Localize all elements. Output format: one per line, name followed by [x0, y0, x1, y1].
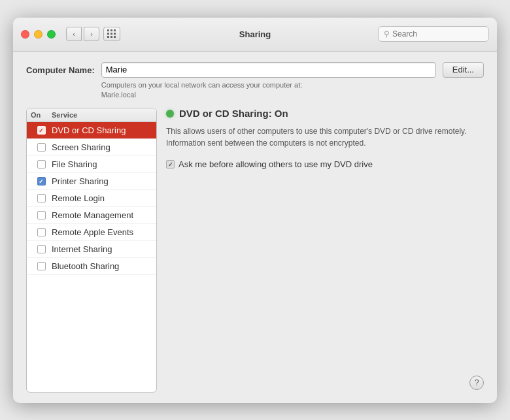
checkbox-wrapper [31, 194, 52, 202]
services-panel: On Service DVD or CD Sharing Scre [26, 108, 157, 392]
header-service: Service [52, 111, 77, 119]
service-checkbox[interactable] [37, 245, 46, 253]
service-list: DVD or CD Sharing Screen Sharing File Sh… [27, 122, 156, 275]
checkbox-wrapper [31, 262, 52, 270]
list-item[interactable]: File Sharing [27, 156, 156, 173]
list-item[interactable]: Remote Apple Events [27, 224, 156, 241]
list-item[interactable]: Bluetooth Sharing [27, 258, 156, 275]
search-box[interactable]: ⚲ [378, 26, 489, 42]
list-item[interactable]: Internet Sharing [27, 241, 156, 258]
service-name: DVD or CD Sharing [52, 125, 126, 135]
list-item[interactable]: Screen Sharing [27, 139, 156, 156]
detail-title: DVD or CD Sharing: On [179, 108, 288, 119]
detail-description: This allows users of other computers to … [166, 125, 484, 149]
main-body: On Service DVD or CD Sharing Scre [26, 108, 484, 392]
list-item[interactable]: Printer Sharing [27, 173, 156, 190]
back-button[interactable]: ‹ [66, 27, 82, 41]
service-name: Remote Apple Events [52, 227, 133, 237]
checkbox-wrapper [31, 126, 52, 135]
computer-name-sub: Computers on your local network can acce… [101, 80, 484, 101]
service-name: Printer Sharing [52, 176, 109, 186]
computer-name-label: Computer Name: [26, 62, 95, 75]
help-button[interactable]: ? [469, 376, 484, 390]
service-name: Bluetooth Sharing [52, 261, 119, 271]
service-checkbox[interactable] [37, 177, 46, 186]
traffic-lights [21, 30, 56, 39]
ask-before-checkbox[interactable] [166, 160, 175, 169]
checkbox-wrapper [31, 160, 52, 169]
services-header: On Service [27, 108, 156, 122]
detail-panel: DVD or CD Sharing: On This allows users … [166, 108, 484, 392]
service-checkbox[interactable] [37, 143, 46, 152]
checkbox-wrapper [31, 143, 52, 152]
checkbox-wrapper [31, 211, 52, 219]
service-name: Remote Login [52, 193, 105, 203]
service-checkbox[interactable] [37, 211, 46, 219]
nav-buttons: ‹ › [66, 27, 99, 41]
list-item[interactable]: Remote Login [27, 190, 156, 207]
service-checkbox[interactable] [37, 194, 46, 202]
header-on: On [31, 111, 52, 119]
checkbox-wrapper [31, 228, 52, 236]
status-dot [166, 110, 174, 118]
search-icon: ⚲ [384, 29, 390, 39]
forward-button[interactable]: › [84, 27, 99, 41]
computer-name-input-row: Edit... [101, 62, 484, 78]
close-button[interactable] [21, 30, 29, 39]
computer-name-right: Edit... Computers on your local network … [101, 62, 484, 101]
list-item[interactable]: Remote Management [27, 207, 156, 224]
checkbox-wrapper [31, 177, 52, 186]
content-area: Computer Name: Edit... Computers on your… [13, 52, 497, 403]
edit-button[interactable]: Edit... [443, 62, 484, 78]
bottom-area: ? [166, 373, 484, 393]
detail-status-row: DVD or CD Sharing: On [166, 108, 484, 119]
computer-name-input[interactable] [101, 62, 436, 78]
service-name: Screen Sharing [52, 142, 110, 152]
service-checkbox[interactable] [37, 126, 46, 135]
system-preferences-window: ‹ › Sharing ⚲ Computer Name: Edit... [13, 18, 497, 403]
checkbox-wrapper [31, 245, 52, 253]
ask-before-label: Ask me before allowing others to use my … [178, 159, 373, 169]
service-name: Internet Sharing [52, 244, 112, 254]
search-input[interactable] [392, 29, 483, 39]
detail-option-row[interactable]: Ask me before allowing others to use my … [166, 159, 484, 169]
grid-icon [107, 29, 116, 39]
maximize-button[interactable] [47, 30, 56, 39]
service-checkbox[interactable] [37, 262, 46, 270]
service-checkbox[interactable] [37, 160, 46, 169]
window-title: Sharing [239, 29, 271, 39]
list-item[interactable]: DVD or CD Sharing [27, 122, 156, 139]
grid-view-button[interactable] [103, 27, 120, 41]
service-checkbox[interactable] [37, 228, 46, 236]
service-name: Remote Management [52, 210, 133, 220]
titlebar: ‹ › Sharing ⚲ [13, 18, 497, 52]
service-name: File Sharing [52, 159, 97, 169]
minimize-button[interactable] [34, 30, 42, 39]
computer-name-section: Computer Name: Edit... Computers on your… [26, 62, 484, 101]
